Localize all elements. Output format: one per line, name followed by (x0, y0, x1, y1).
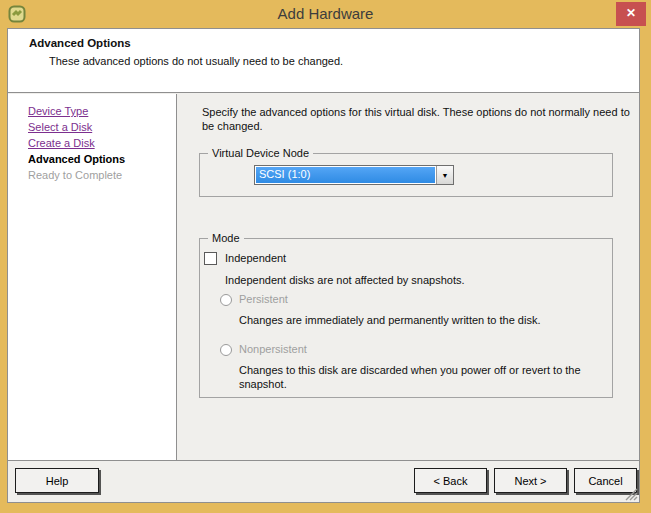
resize-grip[interactable] (625, 488, 638, 501)
sidebar-item-ready-to-complete: Ready to Complete (28, 167, 176, 183)
nonpersistent-radio (220, 344, 232, 356)
help-button[interactable]: Help (15, 468, 99, 493)
sidebar-item-device-type[interactable]: Device Type (28, 103, 176, 119)
virtual-device-node-group: Virtual Device Node SCSI (1:0) ▼ (199, 153, 613, 197)
virtual-device-node-legend: Virtual Device Node (208, 146, 313, 160)
persistent-radio (220, 294, 232, 306)
step-subtitle: These advanced options do not usually ne… (49, 55, 343, 67)
sidebar-item-create-a-disk[interactable]: Create a Disk (28, 135, 176, 151)
virtual-device-node-select[interactable]: SCSI (1:0) ▼ (254, 165, 454, 185)
virtual-device-node-selected-value: SCSI (1:0) (256, 167, 435, 183)
persistent-radio-label: Persistent (239, 293, 288, 305)
independent-checkbox-label[interactable]: Independent (225, 252, 286, 264)
mode-group: Mode Independent Independent disks are n… (199, 238, 613, 398)
back-button[interactable]: < Back (414, 468, 487, 493)
sidebar-item-select-a-disk[interactable]: Select a Disk (28, 119, 176, 135)
dialog-body: Advanced Options These advanced options … (7, 28, 640, 503)
intro-text: Specify the advanced options for this vi… (202, 105, 632, 133)
independent-description: Independent disks are not affected by sn… (225, 274, 465, 286)
mode-legend: Mode (208, 231, 244, 245)
nonpersistent-radio-label: Nonpersistent (239, 343, 307, 355)
main-panel: Specify the advanced options for this vi… (177, 94, 639, 460)
chevron-down-icon[interactable]: ▼ (436, 166, 453, 184)
button-bar: Help < Back Next > Cancel (8, 460, 639, 502)
step-title: Advanced Options (29, 37, 131, 49)
wizard-steps-sidebar: Device Type Select a Disk Create a Disk … (8, 94, 177, 460)
close-icon[interactable]: ✕ (616, 2, 646, 26)
titlebar[interactable]: Add Hardware ✕ (0, 0, 651, 28)
sidebar-item-advanced-options: Advanced Options (28, 151, 176, 167)
persistent-description: Changes are immediately and permanently … (239, 313, 594, 327)
wizard-header: Advanced Options These advanced options … (8, 29, 639, 93)
nonpersistent-description: Changes to this disk are discarded when … (239, 363, 594, 391)
vmware-app-icon (8, 5, 26, 23)
independent-checkbox[interactable] (204, 252, 217, 265)
next-button[interactable]: Next > (494, 468, 567, 493)
add-hardware-dialog: Add Hardware ✕ Advanced Options These ad… (0, 0, 651, 513)
wizard-content: Device Type Select a Disk Create a Disk … (8, 94, 639, 460)
window-title: Add Hardware (0, 0, 651, 27)
